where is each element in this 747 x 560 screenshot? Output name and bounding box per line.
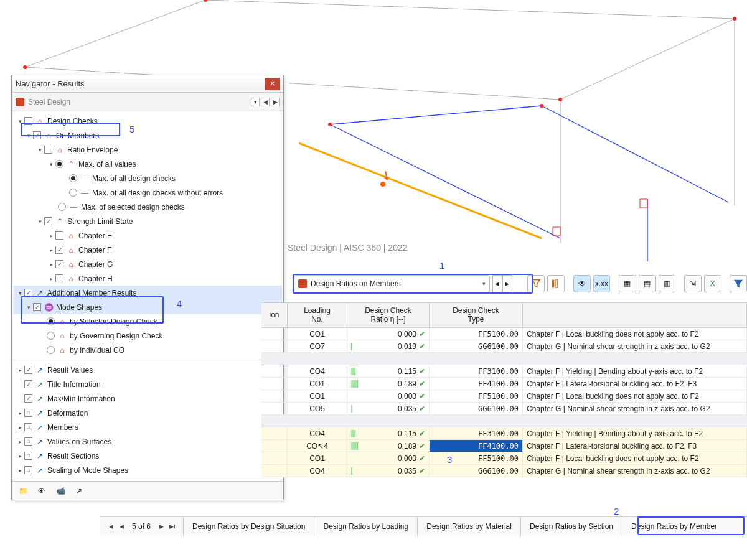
camera-icon[interactable]: 📹	[52, 483, 69, 498]
checkbox[interactable]	[24, 409, 32, 417]
tree-mode-shapes[interactable]: ▾ ♒ Mode Shapes	[13, 300, 282, 314]
twisty-icon[interactable]: ▾	[47, 160, 55, 169]
grid-row[interactable]: CO5 0.035✔ GG6100.00 Chapter G | Nominal…	[261, 403, 747, 415]
twisty-icon[interactable]: ▾	[35, 217, 44, 226]
tree-chapter-h[interactable]: ▸ ⌂ Chapter H	[13, 271, 282, 286]
tab-0[interactable]: Design Ratios by Design Situation	[183, 517, 314, 536]
filter-rows-icon[interactable]	[527, 275, 545, 292]
excel-icon[interactable]: X	[704, 275, 721, 292]
export-icon[interactable]: ⇲	[684, 275, 702, 292]
twisty-icon[interactable]: ▸	[47, 260, 55, 269]
tree-by-individual-co[interactable]: ⌂ by Individual CO	[13, 343, 282, 357]
radio[interactable]	[47, 346, 55, 354]
tree-result-sections[interactable]: ▸ ↗ Result Sections	[13, 449, 282, 463]
twisty-icon[interactable]: ▸	[16, 409, 24, 418]
checkbox[interactable]	[24, 366, 32, 374]
tab-3[interactable]: Design Ratios by Section	[520, 517, 622, 536]
tree-strength-limit[interactable]: ▾ ⌃ Strength Limit State	[13, 214, 282, 228]
prev-button[interactable]: ◀	[492, 275, 502, 292]
grid-row[interactable]: CO1 0.189✔ FF4100.00 Chapter F | Lateral…	[261, 378, 747, 390]
twisty-icon[interactable]: ▸	[47, 231, 55, 240]
tree-values-surfaces[interactable]: ▸ ↗ Values on Surfaces	[13, 434, 282, 449]
checkbox[interactable]	[24, 289, 32, 297]
tree-by-governing[interactable]: ⌂ by Governing Design Check	[13, 329, 282, 343]
funnel-icon[interactable]	[730, 275, 747, 292]
checkbox[interactable]	[24, 117, 32, 125]
twisty-icon[interactable]: ▸	[16, 452, 24, 460]
checkbox[interactable]	[24, 394, 32, 403]
last-page-button[interactable]: ▶I	[168, 522, 177, 531]
tree-additional-member-results[interactable]: ▾ ↗ Additional Member Results	[13, 286, 282, 300]
combo-nav-spinner[interactable]: ◀ ▶	[492, 275, 512, 292]
grid-row[interactable]: CO4 0.115✔ FF3100.00 Chapter F | Yieldin…	[261, 427, 747, 440]
checkbox[interactable]	[24, 452, 32, 460]
grid-row[interactable]: CO1 0.000✔ FF5100.00 Chapter F | Local b…	[261, 328, 747, 340]
twisty-icon[interactable]: ▸	[16, 466, 24, 475]
checkbox[interactable]	[24, 437, 32, 446]
twisty-icon[interactable]: ▸	[16, 423, 24, 432]
next-button[interactable]: ▶	[502, 275, 512, 292]
tree-design-checks[interactable]: ▾ ⌂ Design Checks	[13, 114, 282, 128]
tab-1[interactable]: Design Ratios by Loading	[314, 517, 417, 536]
grid-row[interactable]: CO↖4 0.189✔ FF4100.00 Chapter F | Latera…	[261, 440, 747, 452]
tree-on-members[interactable]: ▾ ⌂ On Members	[13, 128, 282, 142]
tab-2[interactable]: Design Ratios by Material	[417, 517, 520, 536]
table-sort-icon[interactable]: ▤	[639, 275, 656, 292]
tree-by-selected-design[interactable]: ⌂ by Selected Design Check	[13, 314, 282, 329]
checkbox[interactable]	[44, 217, 52, 225]
radio[interactable]	[69, 189, 77, 197]
checkbox[interactable]	[33, 303, 41, 311]
checkbox[interactable]	[33, 131, 41, 139]
twisty-icon[interactable]: ▾	[24, 131, 33, 140]
checkbox[interactable]	[55, 260, 63, 268]
checkbox[interactable]	[55, 246, 63, 254]
table-merge-icon[interactable]: ▥	[659, 275, 676, 292]
twisty-icon[interactable]: ▸	[47, 274, 55, 283]
twisty-icon[interactable]: ▾	[16, 289, 24, 297]
close-button[interactable]: ✕	[265, 78, 280, 90]
view-xxx-icon[interactable]: x.xx	[593, 275, 611, 292]
tab-4[interactable]: Design Ratios by Member	[622, 517, 726, 536]
grid-row[interactable]: CO1 0.000✔ FF5100.00 Chapter F | Local b…	[261, 452, 747, 465]
next-page-button[interactable]: ▶	[157, 522, 166, 531]
checkbox[interactable]	[44, 146, 52, 154]
twisty-icon[interactable]: ▸	[16, 366, 24, 375]
checkbox[interactable]	[24, 423, 32, 431]
radio[interactable]	[55, 160, 63, 168]
view-values-icon[interactable]: 👁	[573, 275, 591, 292]
radio[interactable]	[58, 203, 66, 211]
eye-icon[interactable]: 👁	[33, 483, 50, 498]
radio[interactable]	[69, 174, 77, 182]
twisty-icon[interactable]: ▸	[16, 437, 24, 446]
tree-result-values[interactable]: ▸ ↗ Result Values	[13, 363, 282, 377]
twisty-icon[interactable]: ▾	[24, 303, 33, 312]
grid-row[interactable]: CO1 0.000✔ FF5100.00 Chapter F | Local b…	[261, 390, 747, 403]
tree-chapter-e[interactable]: ▸ ⌂ Chapter E	[13, 228, 282, 243]
twisty-icon[interactable]: ▾	[16, 117, 24, 126]
tree-members-opt[interactable]: ▸ ↗ Members	[13, 420, 282, 434]
checkbox[interactable]	[24, 380, 32, 388]
navigator-tree[interactable]: ▾ ⌂ Design Checks ▾ ⌂ On Members ▾ ⌂ Rat…	[12, 111, 283, 481]
table-icon[interactable]: ▦	[619, 275, 636, 292]
radio[interactable]	[47, 317, 55, 325]
tree-scaling-mode-shapes[interactable]: ▸ ↗ Scaling of Mode Shapes	[13, 463, 282, 477]
tree-deformation[interactable]: ▸ ↗ Deformation	[13, 406, 282, 420]
prev-page-button[interactable]: ◀	[117, 522, 126, 531]
tree-max-no-errors[interactable]: — Max. of all design checks without erro…	[13, 185, 282, 200]
results-view-combo[interactable]: Design Ratios on Members ▾	[294, 275, 490, 292]
grid-row[interactable]: CO4 0.035✔ GG6100.00 Chapter G | Nominal…	[261, 465, 747, 477]
tree-ratio-envelope[interactable]: ▾ ⌂ Ratio Envelope	[13, 142, 282, 157]
first-page-button[interactable]: I◀	[106, 522, 115, 531]
radio[interactable]	[47, 332, 55, 340]
tree-maxmin-info[interactable]: ↗ Max/Min Information	[13, 391, 282, 406]
tree-max-selected[interactable]: — Max. of selected design checks	[13, 200, 282, 214]
results-tab-icon[interactable]: ↗	[70, 483, 88, 498]
checkbox[interactable]	[55, 231, 63, 240]
prev-category-button[interactable]: ◀	[261, 98, 270, 106]
filter-cols-icon[interactable]	[547, 275, 565, 292]
tree-title-info[interactable]: ↗ Title Information	[13, 377, 282, 391]
dropdown-icon[interactable]: ▾	[251, 98, 260, 106]
folder-icon[interactable]: 📁	[14, 483, 32, 498]
grid-row[interactable]: CO7 0.019✔ GG6100.00 Chapter G | Nominal…	[261, 340, 747, 353]
tree-max-all-values[interactable]: ▾ ⌃ Max. of all values	[13, 157, 282, 171]
